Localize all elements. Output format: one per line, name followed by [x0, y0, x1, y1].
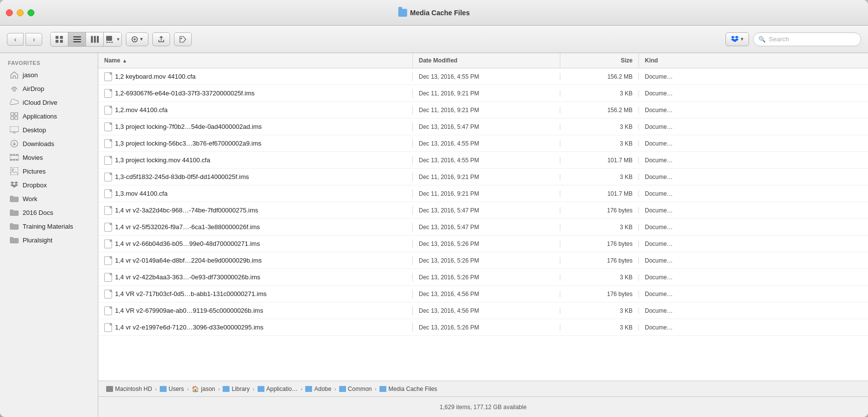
- table-row[interactable]: 1,3.mov 44100.cfa Dec 11, 2016, 9:21 PM …: [98, 185, 868, 202]
- sidebar-item-airdrop[interactable]: AirDrop: [2, 82, 96, 95]
- sidebar-item-pictures[interactable]: Pictures: [2, 164, 96, 178]
- breadcrumb-separator: ›: [334, 386, 336, 392]
- sidebar-item-work[interactable]: Work: [2, 192, 96, 206]
- icon-view-button[interactable]: [51, 32, 68, 46]
- svg-rect-5: [73, 39, 81, 40]
- col-header-size[interactable]: Size: [560, 53, 639, 68]
- file-size: 176 bytes: [607, 291, 633, 298]
- col-header-kind[interactable]: Kind: [639, 53, 868, 68]
- col-header-date[interactable]: Date Modified: [413, 53, 560, 68]
- minimize-button[interactable]: [17, 9, 24, 16]
- breadcrumb-separator: ›: [375, 386, 377, 392]
- cloud-icon: [10, 98, 19, 107]
- table-row[interactable]: 1,2 keyboard.mov 44100.cfa Dec 13, 2016,…: [98, 68, 868, 85]
- breadcrumb-item-library[interactable]: Library: [223, 386, 250, 392]
- sidebar-item-icloud[interactable]: iCloud Drive: [2, 95, 96, 109]
- table-row[interactable]: 1,3 project locking.mov 44100.cfa Dec 13…: [98, 152, 868, 169]
- file-icon: [104, 139, 112, 148]
- breadcrumb-item-common[interactable]: Common: [339, 386, 372, 392]
- breadcrumb-item-users[interactable]: Users: [160, 386, 184, 392]
- table-row[interactable]: 1,4 vr v2-422b4aa3-363…-0e93-df730000026…: [98, 269, 868, 286]
- tag-button[interactable]: [174, 32, 192, 46]
- table-row[interactable]: 1,4 vr v2-3a22d4bc-968…-74be-7fdf0000027…: [98, 202, 868, 219]
- file-name: 1,3 project locking.mov 44100.cfa: [115, 156, 210, 164]
- finder-window: Media Cache Files ‹ ›: [0, 0, 868, 417]
- view-buttons: ▾: [50, 32, 122, 47]
- sidebar-item-jason[interactable]: jason: [2, 68, 96, 82]
- table-row[interactable]: 1,2-693067f6-e64e-01d3-37f3-33720000025f…: [98, 85, 868, 102]
- folder-icon: [339, 386, 346, 392]
- status-text: 1,629 items, 177.12 GB available: [440, 404, 527, 411]
- table-row[interactable]: 1,4 VR v2-717b03cf-0d5…b-abb1-131c000002…: [98, 286, 868, 302]
- sidebar-item-dropbox[interactable]: Dropbox: [2, 178, 96, 192]
- file-kind: Docume…: [645, 90, 673, 97]
- folder-icon: [160, 386, 167, 392]
- file-date: Dec 13, 2016, 5:26 PM: [419, 257, 479, 264]
- breadcrumb-item-applicationsupport[interactable]: Applicatio…: [258, 386, 298, 392]
- gallery-view-button[interactable]: ▾: [104, 32, 121, 46]
- file-kind: Docume…: [645, 174, 673, 180]
- table-row[interactable]: 1,2.mov 44100.cfa Dec 11, 2016, 9:21 PM …: [98, 102, 868, 119]
- back-button[interactable]: ‹: [7, 33, 24, 46]
- sidebar-item-pluralsight[interactable]: Pluralsight: [2, 233, 96, 247]
- svg-rect-2: [56, 40, 58, 43]
- file-name: 1,4 vr v2-66b04d36-b05…99e0-48d700000271…: [115, 240, 260, 247]
- movies-icon: [10, 153, 19, 162]
- breadcrumb-item-hd[interactable]: Macintosh HD: [106, 386, 152, 392]
- forward-button[interactable]: ›: [26, 33, 42, 46]
- breadcrumb-separator: ›: [301, 386, 303, 392]
- search-placeholder: Search: [769, 35, 789, 43]
- col-header-name[interactable]: Name ▲: [98, 53, 413, 68]
- sidebar-item-movies[interactable]: Movies: [2, 150, 96, 164]
- file-name: 1,3.mov 44100.cfa: [115, 190, 168, 197]
- search-box[interactable]: 🔍 Search: [753, 32, 861, 46]
- sidebar-item-label: Pictures: [23, 168, 46, 175]
- breadcrumb-label: Macintosh HD: [115, 386, 152, 392]
- table-row[interactable]: 1,4 vr v2-0149a64e-d8bf…2204-be9d0000029…: [98, 252, 868, 269]
- hd-icon: [106, 386, 113, 392]
- breadcrumb-item-adobe[interactable]: Adobe: [305, 386, 331, 392]
- action-button[interactable]: ▾: [126, 32, 148, 46]
- titlebar: Media Cache Files: [0, 0, 868, 26]
- table-row[interactable]: 1,3-cd5f1832-245d-83db-0f5f-dd14000025f.…: [98, 169, 868, 185]
- svg-rect-0: [56, 36, 58, 39]
- dropbox-button[interactable]: ▾: [725, 32, 749, 46]
- breadcrumb-item-jason[interactable]: 🏠 jason: [192, 386, 215, 392]
- column-view-button[interactable]: [86, 32, 104, 46]
- table-row[interactable]: 1,3 project locking-56bc3…3b76-ef6700000…: [98, 135, 868, 152]
- table-row[interactable]: 1,4 VR v2-679909ae-ab0…9119-65c00000026b…: [98, 302, 868, 319]
- file-date: Dec 13, 2016, 5:26 PM: [419, 240, 479, 247]
- folder-icon-pluralsight: [10, 236, 19, 244]
- file-icon: [104, 206, 112, 215]
- breadcrumb-item-mediacachefiles[interactable]: Media Cache Files: [379, 386, 437, 392]
- close-button[interactable]: [6, 9, 13, 16]
- sidebar-item-desktop[interactable]: Desktop: [2, 123, 96, 137]
- file-name: 1,4 VR v2-679909ae-ab0…9119-65c00000026b…: [115, 307, 263, 314]
- svg-rect-9: [97, 36, 99, 43]
- file-size: 176 bytes: [607, 207, 633, 214]
- svg-rect-11: [106, 42, 108, 43]
- breadcrumb-separator: ›: [253, 386, 255, 392]
- list-view-button[interactable]: [68, 32, 86, 46]
- folder-icon: [258, 386, 264, 392]
- file-date: Dec 13, 2016, 5:47 PM: [419, 224, 479, 231]
- file-kind: Docume…: [645, 107, 673, 114]
- table-row[interactable]: 1,3 project locking-7f0b2…54de-0ad400000…: [98, 119, 868, 135]
- file-kind: Docume…: [645, 307, 673, 314]
- svg-marker-19: [735, 36, 739, 38]
- file-name: 1,3 project locking-56bc3…3b76-ef6700000…: [115, 140, 261, 147]
- file-date: Dec 13, 2016, 5:47 PM: [419, 207, 479, 214]
- share-button[interactable]: [152, 32, 170, 46]
- sidebar-item-downloads[interactable]: Downloads: [2, 137, 96, 150]
- file-size: 101.7 MB: [608, 190, 633, 197]
- table-row[interactable]: 1,4 vr v2-66b04d36-b05…99e0-48d700000271…: [98, 236, 868, 252]
- table-row[interactable]: 1,4 vr v2-e1997e6d-7120…3096-d33e0000029…: [98, 319, 868, 336]
- sidebar: Favorites jason: [0, 53, 98, 417]
- table-row[interactable]: 1,4 vr v2-5f532026-f9a7…-6ca1-3e88000002…: [98, 219, 868, 236]
- file-size: 3 KB: [620, 140, 633, 147]
- sidebar-item-training[interactable]: Training Materials: [2, 219, 96, 233]
- zoom-button[interactable]: [28, 9, 34, 16]
- sidebar-item-2016docs[interactable]: 2016 Docs: [2, 206, 96, 219]
- breadcrumb-label: Applicatio…: [266, 386, 298, 392]
- sidebar-item-applications[interactable]: Applications: [2, 109, 96, 123]
